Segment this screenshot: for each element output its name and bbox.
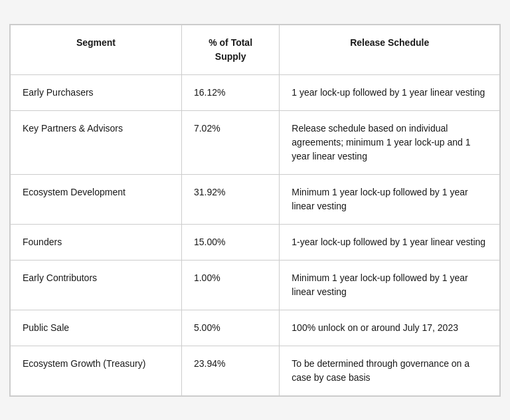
table-row: Key Partners & Advisors7.02%Release sche… [11, 110, 500, 174]
cell-percent: 31.92% [181, 174, 279, 224]
cell-percent: 15.00% [181, 224, 279, 260]
token-distribution-table: Segment % of Total Supply Release Schedu… [9, 24, 501, 397]
cell-release: Minimum 1 year lock-up followed by 1 yea… [280, 260, 500, 310]
cell-release: 1 year lock-up followed by 1 year linear… [280, 74, 500, 110]
table-row: Early Contributors1.00%Minimum 1 year lo… [11, 260, 500, 310]
cell-release: 1-year lock-up followed by 1 year linear… [280, 224, 500, 260]
cell-release: Release schedule based on individual agr… [280, 110, 500, 174]
cell-percent: 5.00% [181, 310, 279, 346]
table-row: Ecosystem Growth (Treasury)23.94%To be d… [11, 346, 500, 395]
table-row: Public Sale5.00%100% unlock on or around… [11, 310, 500, 346]
table-row: Founders15.00%1-year lock-up followed by… [11, 224, 500, 260]
cell-release: To be determined through governance on a… [280, 346, 500, 395]
header-release: Release Schedule [280, 25, 500, 74]
cell-segment: Early Purchasers [11, 74, 182, 110]
cell-segment: Key Partners & Advisors [11, 110, 182, 174]
cell-segment: Founders [11, 224, 182, 260]
cell-segment: Early Contributors [11, 260, 182, 310]
header-percent: % of Total Supply [181, 25, 279, 74]
cell-segment: Ecosystem Development [11, 174, 182, 224]
cell-percent: 16.12% [181, 74, 279, 110]
table-row: Early Purchasers16.12%1 year lock-up fol… [11, 74, 500, 110]
table-row: Ecosystem Development31.92%Minimum 1 yea… [11, 174, 500, 224]
cell-release: Minimum 1 year lock-up followed by 1 yea… [280, 174, 500, 224]
cell-percent: 23.94% [181, 346, 279, 395]
cell-segment: Public Sale [11, 310, 182, 346]
cell-release: 100% unlock on or around July 17, 2023 [280, 310, 500, 346]
table-header-row: Segment % of Total Supply Release Schedu… [11, 25, 500, 74]
header-segment: Segment [11, 25, 182, 74]
cell-percent: 1.00% [181, 260, 279, 310]
cell-percent: 7.02% [181, 110, 279, 174]
cell-segment: Ecosystem Growth (Treasury) [11, 346, 182, 395]
